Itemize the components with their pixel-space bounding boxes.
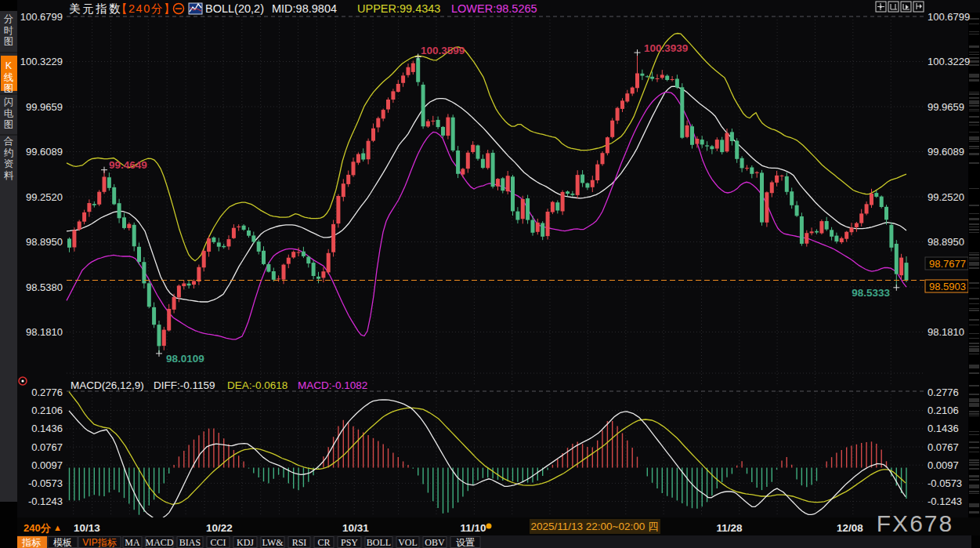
svg-text:98.5333: 98.5333 [852, 287, 890, 299]
svg-text:99.2520: 99.2520 [26, 191, 63, 203]
svg-text:99.6089: 99.6089 [928, 146, 964, 158]
svg-text:0.2106: 0.2106 [928, 405, 959, 416]
svg-text:CCI: CCI [210, 537, 226, 548]
svg-text:MACD: MACD [145, 537, 173, 548]
svg-text:指标: 指标 [21, 537, 42, 548]
svg-text:LW&: LW& [262, 537, 284, 548]
svg-text:98.1810: 98.1810 [928, 326, 964, 338]
svg-text:0.2776: 0.2776 [928, 387, 959, 398]
svg-text:线: 线 [4, 72, 14, 83]
svg-text:OBV: OBV [425, 537, 445, 548]
svg-text:资: 资 [4, 158, 14, 169]
svg-text:-0.1243: -0.1243 [28, 495, 63, 507]
svg-text:-0.0573: -0.0573 [928, 477, 962, 489]
svg-text:图: 图 [4, 83, 14, 94]
svg-text:0.2776: 0.2776 [31, 387, 63, 398]
svg-text:100.3229: 100.3229 [20, 56, 63, 67]
svg-text:闪: 闪 [4, 96, 14, 107]
svg-text:98.8950: 98.8950 [26, 236, 63, 248]
svg-text:99.9659: 99.9659 [928, 101, 964, 113]
svg-text:0.0097: 0.0097 [928, 459, 959, 471]
svg-text:▲: ▲ [53, 523, 62, 532]
svg-text:BOLL(20,2): BOLL(20,2) [205, 2, 264, 15]
svg-text:【240分】: 【240分】 [116, 2, 176, 15]
svg-text:约: 约 [4, 147, 14, 158]
svg-text:99.6089: 99.6089 [26, 146, 63, 158]
svg-text:CR: CR [317, 537, 330, 548]
svg-text:99.2520: 99.2520 [928, 191, 964, 203]
svg-text:240分: 240分 [24, 522, 52, 534]
svg-text:模板: 模板 [53, 537, 72, 548]
svg-text:DEA:-0.0618: DEA:-0.0618 [227, 379, 287, 391]
svg-text:100.3229: 100.3229 [928, 56, 970, 67]
svg-text:12/08: 12/08 [837, 522, 863, 534]
svg-text:VOL: VOL [398, 537, 418, 548]
svg-text:98.0109: 98.0109 [166, 353, 204, 365]
svg-text:K: K [5, 60, 13, 71]
svg-text:0.0767: 0.0767 [31, 441, 63, 453]
svg-text:98.5380: 98.5380 [26, 281, 63, 293]
svg-text:设置: 设置 [456, 537, 475, 548]
svg-text:100.3939: 100.3939 [644, 42, 688, 54]
svg-text:时: 时 [4, 25, 14, 36]
svg-text:98.5903: 98.5903 [929, 281, 966, 292]
svg-text:RSI: RSI [292, 537, 307, 548]
svg-text:BIAS: BIAS [179, 537, 201, 548]
svg-text:-0.0573: -0.0573 [28, 477, 63, 489]
svg-text:98.1810: 98.1810 [26, 326, 63, 338]
svg-text:100.6799: 100.6799 [928, 11, 970, 23]
svg-text:LOWER:98.5265: LOWER:98.5265 [451, 2, 537, 15]
svg-text:UPPER:99.4343: UPPER:99.4343 [357, 2, 440, 15]
svg-text:-0.1243: -0.1243 [928, 495, 962, 507]
svg-text:11/10: 11/10 [460, 522, 486, 534]
svg-text:合: 合 [3, 136, 14, 147]
svg-text:电: 电 [4, 108, 14, 119]
svg-text:MA: MA [125, 537, 140, 548]
svg-text:99.9659: 99.9659 [26, 101, 63, 113]
svg-text:0.2106: 0.2106 [31, 405, 63, 416]
svg-text:图: 图 [4, 119, 14, 130]
svg-text:0.1436: 0.1436 [928, 423, 959, 434]
svg-text:FX678: FX678 [877, 510, 953, 536]
svg-text:0.0097: 0.0097 [31, 459, 63, 471]
svg-text:11/28: 11/28 [716, 522, 743, 534]
svg-text:100.6799: 100.6799 [20, 11, 63, 23]
svg-text:98.7677: 98.7677 [929, 258, 966, 270]
svg-text:98.8950: 98.8950 [928, 236, 964, 248]
svg-text:BOLL: BOLL [367, 537, 391, 548]
svg-text:100.3599: 100.3599 [421, 45, 465, 56]
svg-text:KDJ: KDJ [237, 537, 254, 548]
svg-text:99.4649: 99.4649 [109, 159, 147, 171]
svg-text:分: 分 [4, 13, 14, 24]
svg-text:10/13: 10/13 [74, 522, 100, 534]
svg-text:10/31: 10/31 [342, 522, 369, 534]
svg-text:0.0767: 0.0767 [928, 441, 959, 453]
svg-text:VIP指标: VIP指标 [82, 537, 117, 548]
svg-text:PSY: PSY [341, 537, 358, 548]
svg-text:10/22: 10/22 [206, 522, 233, 534]
svg-text:美元指数: 美元指数 [69, 2, 122, 15]
svg-text:DIFF:-0.1159: DIFF:-0.1159 [154, 379, 215, 391]
svg-text:0.1436: 0.1436 [31, 423, 63, 434]
svg-text:料: 料 [4, 170, 14, 181]
svg-text:图: 图 [4, 36, 14, 47]
svg-text:MACD:-0.1082: MACD:-0.1082 [298, 379, 367, 391]
svg-text:MACD(26,12,9): MACD(26,12,9) [71, 379, 144, 391]
svg-text:MID:98.9804: MID:98.9804 [272, 2, 337, 15]
svg-text:2025/11/13 22:00~02:00 四: 2025/11/13 22:00~02:00 四 [530, 521, 658, 532]
